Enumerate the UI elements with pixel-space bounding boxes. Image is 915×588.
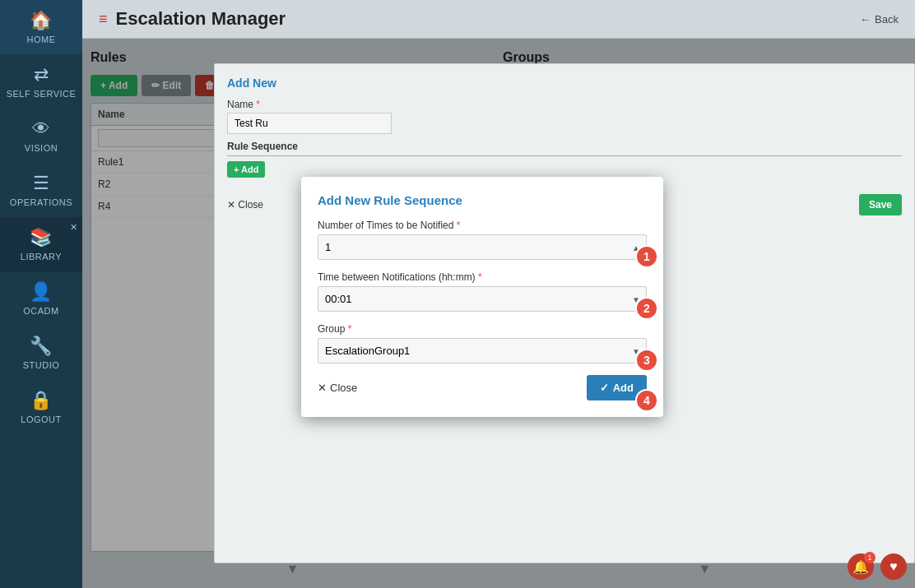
sidebar-item-label: VISION <box>25 143 58 153</box>
sidebar-item-label: SELF SERVICE <box>7 89 77 99</box>
sidebar-item-studio[interactable]: 🔧 STUDIO <box>0 326 82 380</box>
group-field-group: Group * ▼ 3 <box>318 323 647 363</box>
operations-icon: ☰ <box>33 173 50 194</box>
rule-sequence-label: Rule Sequence <box>227 141 902 156</box>
back-label: Back <box>875 13 899 25</box>
inner-name-input[interactable] <box>227 113 392 134</box>
time-between-input-wrap: ▼ <box>318 286 647 312</box>
sidebar-item-logout[interactable]: 🔒 LOGOUT <box>0 380 82 434</box>
times-notified-input[interactable] <box>318 234 647 260</box>
back-arrow-icon: ← <box>860 13 871 25</box>
time-required-star: * <box>478 271 482 283</box>
page-title: Escalation Manager <box>116 8 286 30</box>
add-label: Add <box>613 382 634 394</box>
home-icon: 🏠 <box>30 10 53 31</box>
sidebar-item-label: LOGOUT <box>21 414 61 424</box>
add-sequence-button[interactable]: + Add <box>227 161 265 178</box>
group-input[interactable] <box>318 338 647 363</box>
sidebar-item-label: OCADM <box>23 306 58 316</box>
inner-close-button[interactable]: ✕ Close <box>227 194 263 215</box>
heart-notification-icon[interactable]: ♥ <box>880 553 907 580</box>
sidebar-item-label: OPERATIONS <box>10 197 72 207</box>
studio-icon: 🔧 <box>30 336 53 357</box>
main-content: ≡ Escalation Manager ← Back Rules + Add … <box>82 0 915 588</box>
sidebar: 🏠 HOME ⇄ SELF SERVICE 👁 VISION ☰ OPERATI… <box>0 0 82 588</box>
step-badge-4: 4 <box>635 389 658 412</box>
step-badge-2: 2 <box>635 297 658 320</box>
times-notified-group: Number of Times to be Notified * ▲ 1 <box>318 220 647 260</box>
inner-save-button[interactable]: Save <box>859 194 902 215</box>
sidebar-item-library[interactable]: ✕ 📚 LIBRARY <box>0 217 82 271</box>
content-area: Rules + Add ✏ Edit 🗑 Delete 🗎 Cross Refe… <box>82 39 915 588</box>
group-label: Group * <box>318 323 647 335</box>
sidebar-item-label: LIBRARY <box>21 252 62 262</box>
step-badge-3: 3 <box>635 349 658 372</box>
times-required-star: * <box>457 220 461 231</box>
hamburger-icon: ≡ <box>99 11 108 28</box>
dialog-footer: ✕ Close ✓ Add 4 <box>318 375 647 400</box>
vision-icon: 👁 <box>32 118 51 140</box>
times-notified-input-wrap: ▲ <box>318 234 647 260</box>
time-between-group: Time between Notifications (hh:mm) * ▼ 2 <box>318 271 647 312</box>
header: ≡ Escalation Manager ← Back <box>82 0 915 39</box>
back-button[interactable]: ← Back <box>860 13 899 25</box>
dialog-title: Add New Rule Sequence <box>318 193 647 207</box>
time-between-label: Time between Notifications (hh:mm) * <box>318 271 647 283</box>
sidebar-item-ocadm[interactable]: 👤 OCADM <box>0 271 82 326</box>
group-required-star: * <box>348 323 352 335</box>
alerts-badge: 1 <box>864 552 876 563</box>
inner-name-field-group: Name * <box>227 98 902 134</box>
add-rule-sequence-dialog: Add New Rule Sequence Number of Times to… <box>301 177 663 417</box>
close-label: Close <box>330 382 357 394</box>
notification-bar: 🔔 1 ♥ <box>848 553 907 580</box>
step-badge-1: 1 <box>635 245 658 268</box>
sidebar-item-self-service[interactable]: ⇄ SELF SERVICE <box>0 54 82 109</box>
ocadm-icon: 👤 <box>30 281 53 303</box>
sidebar-item-home[interactable]: 🏠 HOME <box>0 0 82 54</box>
inner-name-required-star: * <box>256 99 260 110</box>
sidebar-item-label: STUDIO <box>23 360 60 370</box>
library-icon: 📚 <box>30 227 53 248</box>
modal-overlay: Add New Name * Rule Sequence + Add ✕ Clo… <box>82 39 915 588</box>
group-input-wrap: ▼ <box>318 338 647 363</box>
rule-sequence-group: Rule Sequence + Add <box>227 141 902 178</box>
sidebar-item-label: HOME <box>27 35 56 44</box>
sidebar-item-vision[interactable]: 👁 VISION <box>0 109 82 163</box>
library-close-icon[interactable]: ✕ <box>70 222 78 233</box>
inner-modal-title: Add New <box>227 76 902 90</box>
page-title-area: ≡ Escalation Manager <box>99 8 286 30</box>
time-between-input[interactable] <box>318 286 647 312</box>
sidebar-item-operations[interactable]: ☰ OPERATIONS <box>0 163 82 217</box>
alerts-notification-icon[interactable]: 🔔 1 <box>848 553 874 580</box>
logout-icon: 🔒 <box>30 390 53 411</box>
add-check-icon: ✓ <box>600 382 609 394</box>
self-service-icon: ⇄ <box>34 64 49 86</box>
close-x-icon: ✕ <box>318 382 327 394</box>
heart-icon: ♥ <box>889 559 898 574</box>
dialog-close-button[interactable]: ✕ Close <box>318 382 357 394</box>
inner-name-label: Name * <box>227 99 260 110</box>
times-notified-label: Number of Times to be Notified * <box>318 220 647 231</box>
